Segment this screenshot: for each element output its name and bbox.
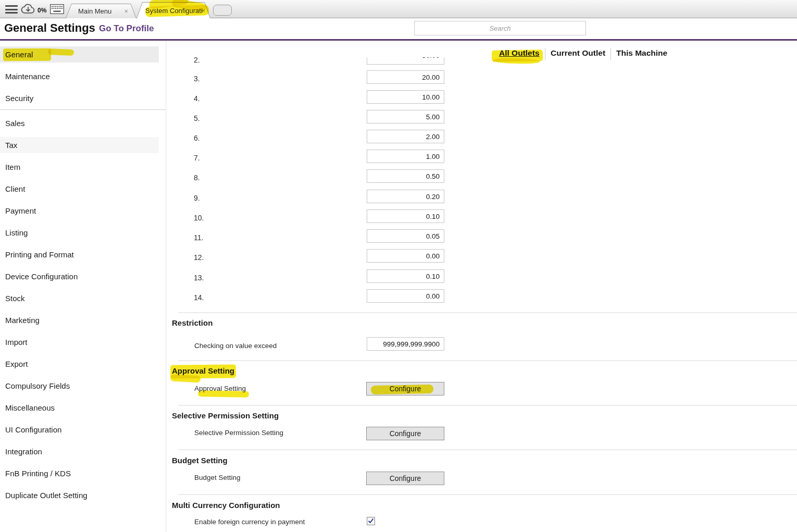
sidebar-item-export[interactable]: Export <box>0 356 159 372</box>
row-number: 13. <box>194 273 204 283</box>
row-number: 6. <box>194 133 200 143</box>
page-title: General Settings <box>4 21 95 35</box>
sidebar-item-fnb-printing-kds[interactable]: FnB Printing / KDS <box>0 465 159 481</box>
sidebar-item-miscellaneous[interactable]: Miscellaneous <box>0 400 159 416</box>
foreign-currency-checkbox[interactable] <box>367 517 375 525</box>
sidebar-item-printing-and-format[interactable]: Printing and Format <box>0 246 159 263</box>
tab-main-menu[interactable]: Main Menu × <box>66 4 136 18</box>
sidebar-item-client[interactable]: Client <box>0 181 159 197</box>
row-number: 5. <box>194 113 200 123</box>
sidebar-item-maintenance[interactable]: Maintenance <box>0 68 159 84</box>
search-input[interactable] <box>414 21 586 35</box>
outlet-tab-separator <box>545 48 545 60</box>
section-title-budget-setting: Budget Setting <box>172 456 228 465</box>
value-input[interactable] <box>367 269 444 283</box>
section-divider <box>178 449 797 450</box>
value-input[interactable] <box>367 90 444 104</box>
value-input[interactable] <box>367 229 444 243</box>
section-divider <box>178 494 797 495</box>
sidebar-item-device-configuration[interactable]: Device Configuration <box>0 268 159 284</box>
sidebar-item-marketing[interactable]: Marketing <box>0 312 159 328</box>
sidebar-item-compulsory-fields[interactable]: Compulsory Fields <box>0 378 159 394</box>
tab-label: Main Menu <box>78 7 111 15</box>
approval-setting-label: Approval Setting <box>194 385 246 392</box>
sidebar-item-ui-configuration[interactable]: UI Configuration <box>0 422 159 438</box>
value-input[interactable] <box>367 289 444 303</box>
enable-foreign-currency-label: Enable foreign currency in payment <box>194 518 305 526</box>
sidebar-group-divider <box>0 109 166 110</box>
sidebar-content-divider <box>166 41 166 532</box>
value-input[interactable] <box>367 130 444 143</box>
section-title-approval-setting: Approval Setting <box>172 366 234 375</box>
approval-configure-button[interactable]: Configure <box>366 382 444 395</box>
app-window: 0% Main Menu × System Configurati × Gene… <box>0 0 797 532</box>
section-divider <box>178 405 797 406</box>
selective-permission-label: Selective Permission Setting <box>194 429 283 437</box>
go-to-profile-link[interactable]: Go To Profile <box>99 23 154 34</box>
tab-this-machine[interactable]: This Machine <box>616 48 667 58</box>
value-input[interactable] <box>367 190 444 203</box>
tab-close-icon[interactable]: × <box>124 7 128 15</box>
sidebar-item-sales[interactable]: Sales <box>0 115 159 131</box>
sidebar-item-general[interactable]: General <box>0 46 159 63</box>
budget-setting-label: Budget Setting <box>194 474 241 481</box>
header-divider <box>0 39 797 41</box>
value-input[interactable] <box>367 70 444 84</box>
value-input[interactable] <box>367 249 444 263</box>
section-divider <box>178 360 797 361</box>
row-number: 4. <box>194 93 200 104</box>
value-input[interactable] <box>367 150 444 163</box>
budget-configure-button[interactable]: Configure <box>366 472 444 485</box>
outlet-tab-separator <box>611 48 611 60</box>
sidebar-item-item[interactable]: Item <box>0 159 159 175</box>
row-number: 7. <box>194 153 200 163</box>
keyboard-icon[interactable] <box>50 4 64 16</box>
tab-current-outlet[interactable]: Current Outlet <box>551 48 605 58</box>
value-input-clipped[interactable]: 50.00 <box>367 57 444 65</box>
row-number: 11. <box>194 232 203 243</box>
row-number: 8. <box>194 172 200 183</box>
row-number: 9. <box>194 193 200 203</box>
sidebar-item-payment[interactable]: Payment <box>0 203 159 219</box>
section-title-restriction: Restriction <box>172 318 213 327</box>
highlight-all-outlets-tail <box>493 57 540 64</box>
check-icon <box>368 518 374 524</box>
sidebar-item-integration[interactable]: Integration <box>0 443 159 460</box>
tab-close-icon[interactable]: × <box>201 6 205 14</box>
cloud-download-icon[interactable] <box>21 3 35 17</box>
selective-permission-configure-button[interactable]: Configure <box>366 427 444 440</box>
new-tab-stub[interactable] <box>213 5 232 16</box>
value-input[interactable] <box>367 110 444 123</box>
value-input[interactable] <box>367 209 444 223</box>
highlight-approval-setting-title-tail <box>170 374 201 382</box>
section-title-selective-permission: Selective Permission Setting <box>172 411 279 420</box>
top-toolbar: 0% Main Menu × System Configurati × <box>0 0 797 18</box>
tab-label: System Configurati <box>145 6 203 14</box>
row-number: 10. <box>194 213 204 223</box>
row-number: 12. <box>194 252 204 263</box>
tab-system-configuration[interactable]: System Configurati × <box>136 2 210 18</box>
value-input[interactable] <box>367 169 444 183</box>
checking-on-value-exceed-input[interactable] <box>367 337 444 351</box>
row-number: 14. <box>194 292 204 303</box>
sidebar-item-stock[interactable]: Stock <box>0 290 159 306</box>
tab-all-outlets[interactable]: All Outlets <box>499 48 540 58</box>
sidebar-item-listing[interactable]: Listing <box>0 225 159 241</box>
row-number: 3. <box>194 73 200 84</box>
menu-icon[interactable] <box>5 5 18 14</box>
row-number: 2. <box>194 55 200 65</box>
section-title-multi-currency: Multi Currency Configuration <box>172 501 280 510</box>
sidebar-item-duplicate-outlet-setting[interactable]: Duplicate Outlet Setting <box>0 487 159 503</box>
checking-on-value-exceed-label: Checking on value exceed <box>194 342 277 350</box>
sidebar-item-security[interactable]: Security <box>0 90 159 106</box>
progress-percent: 0% <box>38 7 46 14</box>
sidebar-item-tax[interactable]: Tax <box>0 137 159 153</box>
section-divider <box>178 312 797 313</box>
sidebar-item-import[interactable]: Import <box>0 334 159 350</box>
